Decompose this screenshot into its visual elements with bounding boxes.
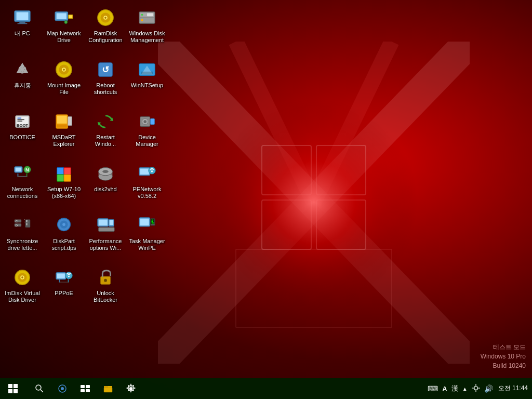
net-connections-icon: N (12, 163, 33, 184)
icon-device-mgr[interactable]: Device Manager (127, 108, 167, 160)
map-network-icon (54, 7, 74, 28)
icon-sync-drive[interactable]: C:D::E:F: Synchronize drive lette... (2, 212, 43, 264)
my-pc-label: 내 PC (15, 30, 30, 37)
recycle-icon (12, 59, 33, 80)
disk-mgmt-icon (137, 7, 157, 28)
imdisk-label: ImDisk Virtual Disk Driver (4, 290, 41, 303)
start-button[interactable] (0, 378, 26, 399)
pppoe-icon (54, 267, 74, 288)
svg-rect-17 (57, 13, 66, 19)
icon-unlock-bl[interactable]: Unlock BitLocker (85, 264, 126, 316)
net-connections-label: Network connections (4, 186, 41, 200)
svg-rect-15 (18, 23, 28, 24)
sync-drive-label: Synchronize drive lette... (4, 238, 41, 251)
svg-rect-63 (57, 168, 64, 175)
speaker-tray-icon[interactable]: 🔊 (483, 383, 494, 394)
disk2vhd-icon (95, 163, 116, 184)
taskbar-apps (26, 378, 427, 399)
taskbar-search[interactable] (28, 378, 51, 399)
tray-overflow-icon[interactable]: ▲ (461, 385, 469, 393)
svg-rect-126 (104, 386, 108, 388)
svg-rect-47 (57, 116, 67, 124)
svg-rect-48 (57, 125, 67, 128)
icon-mount-image[interactable]: Mount Image File (44, 56, 84, 108)
icon-disk2vhd[interactable]: disk2vhd (85, 160, 126, 212)
device-mgr-icon (137, 111, 157, 132)
imdisk-icon (12, 267, 33, 288)
svg-text:N: N (25, 167, 29, 172)
language-a-icon[interactable]: A (441, 384, 448, 394)
svg-rect-109 (59, 282, 69, 283)
pppoe-label: PPPoE (55, 290, 73, 297)
taskbar-task-view[interactable] (74, 378, 97, 399)
svg-rect-39 (141, 72, 153, 75)
svg-rect-114 (8, 389, 12, 393)
chinese-char-icon[interactable]: 漢 (450, 383, 459, 394)
icon-my-pc[interactable]: 내 PC (2, 4, 43, 56)
taskbar-tray: ⌨ A 漢 ▲ 🔊 (427, 383, 494, 395)
icon-bootice[interactable]: BOOT BOOTICE (2, 108, 43, 160)
setup-w7-label: Setup W7-10 (x86-x64) (46, 186, 82, 200)
taskbar: ⌨ A 漢 ▲ 🔊 오전 11:44 (0, 378, 532, 399)
svg-point-119 (61, 387, 64, 390)
keyboard-tray-icon[interactable]: ⌨ (427, 383, 439, 394)
svg-rect-55 (151, 118, 155, 124)
penetwork-icon (137, 163, 157, 184)
svg-rect-104 (57, 273, 65, 278)
svg-rect-120 (81, 385, 85, 388)
svg-rect-73 (140, 169, 149, 175)
icon-map-network[interactable]: Map Network Drive (44, 4, 84, 56)
sync-drive-icon: C:D::E:F: (12, 215, 33, 236)
msdart-icon (54, 111, 74, 132)
diskpart-label: DiskPart script.dps (46, 238, 82, 251)
taskbar-settings[interactable] (119, 378, 142, 399)
svg-text::: : (23, 217, 25, 223)
svg-point-24 (104, 17, 107, 19)
device-mgr-label: Device Manager (129, 134, 165, 148)
icon-imdisk[interactable]: ImDisk Virtual Disk Driver (2, 264, 43, 316)
winnt-label: WinNTSetup (131, 82, 163, 89)
svg-rect-115 (14, 389, 18, 393)
winnt-icon (137, 59, 157, 80)
svg-text:C:: C: (16, 220, 19, 223)
svg-rect-112 (8, 384, 12, 388)
icon-perf-opts[interactable]: Performance options Wi... (85, 212, 126, 264)
svg-rect-62 (18, 176, 28, 177)
svg-rect-42 (18, 117, 22, 118)
icon-msdart[interactable]: MSDaRT Explorer (44, 108, 84, 160)
taskbar-clock[interactable]: 오전 11:44 (494, 384, 532, 393)
taskbar-file-explorer[interactable] (97, 378, 119, 399)
svg-line-117 (41, 390, 43, 392)
msdart-label: MSDaRT Explorer (46, 134, 82, 148)
taskbar-cortana[interactable] (51, 378, 74, 399)
icon-penetwork[interactable]: PENetwork v0.58.2 (127, 160, 167, 212)
svg-text:↺: ↺ (102, 65, 109, 75)
icon-pppoe[interactable]: PPPoE (44, 264, 84, 316)
svg-rect-90 (110, 220, 114, 225)
svg-point-54 (143, 120, 147, 123)
svg-rect-66 (64, 175, 71, 181)
icon-winnt[interactable]: WinNTSetup (127, 56, 167, 108)
disk-mgmt-label: Windows Disk Management (129, 30, 165, 44)
svg-rect-125 (104, 388, 112, 392)
svg-rect-88 (99, 220, 108, 225)
svg-point-20 (64, 21, 68, 24)
svg-rect-122 (81, 389, 85, 392)
icon-recycle[interactable]: 휴지통 (2, 56, 43, 108)
svg-rect-43 (18, 119, 24, 120)
svg-text:D:: D: (16, 224, 19, 227)
icon-reboot[interactable]: ↺ Reboot shortcuts (85, 56, 126, 108)
icon-ramdisk[interactable]: RamDisk Configuration (85, 4, 126, 56)
icon-diskpart[interactable]: DiskPart script.dps (44, 212, 84, 264)
icon-setup-w7[interactable]: Setup W7-10 (x86-x64) (44, 160, 84, 212)
icon-net-connections[interactable]: N Network connections (2, 160, 43, 212)
svg-point-111 (104, 279, 107, 282)
icon-disk-mgmt[interactable]: Windows Disk Management (127, 4, 167, 56)
my-pc-icon (12, 7, 33, 28)
mount-image-label: Mount Image File (46, 82, 82, 96)
network-tray-icon[interactable] (471, 383, 481, 395)
icon-task-mgr[interactable]: Task Manager WinPE (127, 212, 167, 264)
icon-restart-explorer[interactable]: Restart Windo... (85, 108, 126, 160)
svg-rect-30 (147, 13, 153, 16)
svg-point-29 (141, 19, 143, 21)
